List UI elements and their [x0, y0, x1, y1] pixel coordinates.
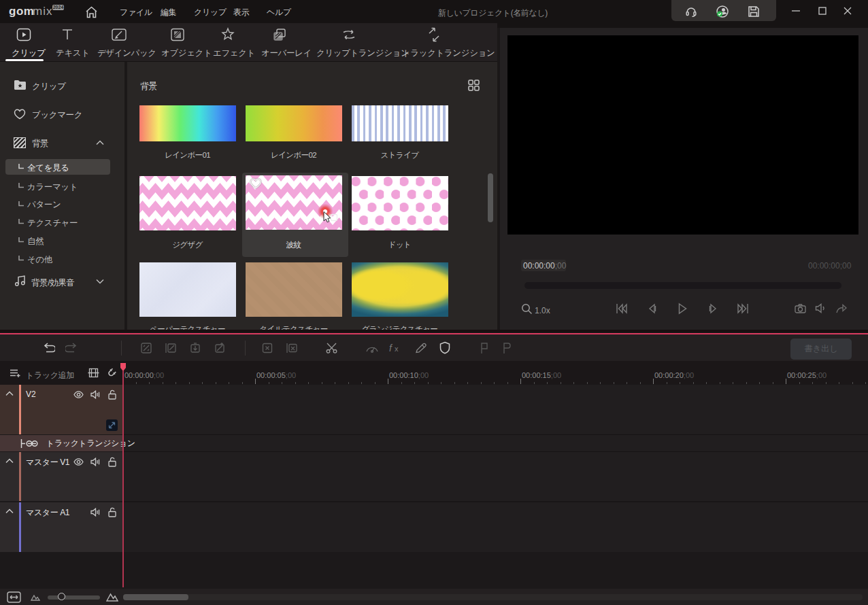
- svg-text:x: x: [395, 345, 399, 353]
- svg-text:f: f: [389, 343, 393, 353]
